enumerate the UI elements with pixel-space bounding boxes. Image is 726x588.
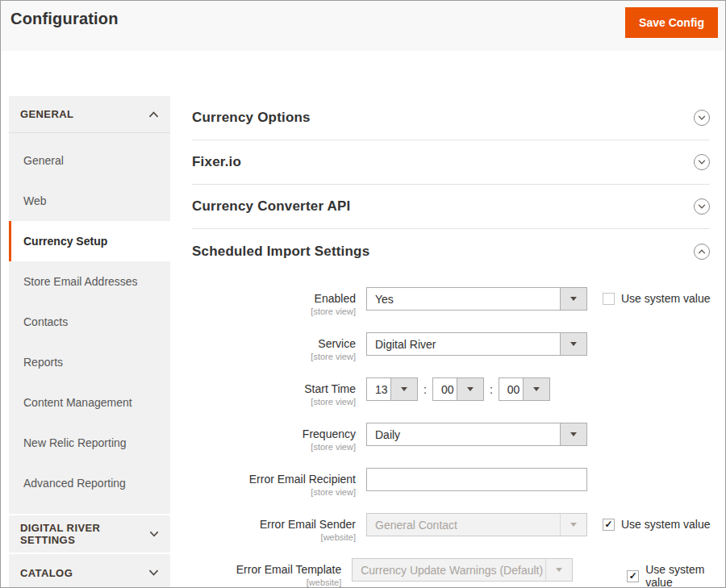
dropdown-arrow-button[interactable] — [457, 378, 483, 400]
section-title: Scheduled Import Settings — [192, 244, 369, 260]
use-system-value-label: Use system value — [645, 563, 725, 588]
time-separator: : — [490, 383, 493, 396]
field-label-enabled: Enabled[store view] — [192, 287, 366, 316]
sidebar-item-web[interactable]: Web — [9, 181, 170, 221]
field-row-error-email-template: Error Email Template[website]Currency Up… — [170, 558, 725, 588]
main-content: Currency OptionsFixer.ioCurrency Convert… — [170, 96, 725, 587]
sidebar-section-header-general[interactable]: GENERAL — [9, 96, 170, 133]
error-email-template-select: Currency Update Warnings (Default) — [352, 558, 573, 582]
field-control-service: Digital River — [366, 332, 587, 356]
field-scope-text: [store view] — [192, 352, 356, 361]
sidebar-item-label: Store Email Addresses — [23, 275, 138, 288]
dropdown-arrow-button[interactable] — [523, 378, 549, 400]
field-label-text: Enabled — [315, 292, 356, 305]
sidebar-section-label: CATALOG — [20, 567, 73, 579]
sidebar-item-general[interactable]: General — [9, 140, 170, 181]
field-label-text: Frequency — [302, 427, 356, 440]
use-system-value-checkbox[interactable]: ✓ — [603, 519, 615, 531]
section-toggle-button[interactable] — [694, 244, 710, 260]
dropdown-arrow-icon — [570, 523, 577, 527]
service-select[interactable]: Digital River — [366, 332, 587, 356]
section-toggle-button[interactable] — [694, 154, 710, 170]
start-time-second-select-value: 00 — [499, 383, 523, 396]
chevron-down-icon — [148, 569, 159, 576]
field-label-text: Error Email Recipient — [249, 473, 356, 486]
field-scope-text: [store view] — [192, 307, 356, 316]
dropdown-arrow-button — [560, 514, 586, 536]
sidebar-item-new-relic-reporting[interactable]: New Relic Reporting — [9, 423, 170, 463]
sidebar-item-reports[interactable]: Reports — [9, 342, 170, 382]
sidebar: GENERALGeneralWebCurrency SetupStore Ema… — [9, 96, 170, 587]
section-header-currency-options[interactable]: Currency Options — [192, 96, 710, 140]
error-email-recipient-input[interactable] — [366, 468, 587, 491]
section-header-scheduled-import-settings[interactable]: Scheduled Import Settings — [192, 229, 710, 273]
field-label-text: Error Email Sender — [260, 518, 356, 531]
save-config-button[interactable]: Save Config — [625, 7, 718, 38]
section-header-currency-converter-api[interactable]: Currency Converter API — [192, 185, 710, 229]
field-scope-text: [store view] — [192, 397, 356, 407]
sidebar-item-store-email-addresses[interactable]: Store Email Addresses — [9, 261, 170, 302]
use-system-value-checkbox-group[interactable]: ✓Use system value — [627, 558, 725, 588]
field-label-error-email-template: Error Email Template[website] — [192, 558, 352, 587]
start-time-minute-select-value: 00 — [433, 383, 457, 396]
sidebar-item-label: Reports — [23, 356, 63, 369]
section-toggle-button[interactable] — [694, 198, 710, 215]
sidebar-item-label: Advanced Reporting — [23, 477, 126, 490]
use-system-value-label: Use system value — [621, 292, 710, 305]
field-label-error-email-recipient: Error Email Recipient[store view] — [192, 468, 366, 497]
use-system-value-checkbox[interactable] — [603, 293, 615, 305]
enabled-select-value: Yes — [367, 293, 560, 306]
frequency-select[interactable]: Daily — [366, 423, 587, 446]
page-title: Configuration — [10, 10, 709, 28]
chevron-up-icon — [148, 111, 159, 118]
dropdown-arrow-icon — [401, 387, 407, 391]
section-title: Currency Options — [192, 110, 311, 126]
start-time-hour-select[interactable]: 13 — [366, 377, 418, 401]
field-label-error-email-sender: Error Email Sender[website] — [192, 513, 366, 542]
field-row-enabled: Enabled[store view]YesUse system value — [170, 287, 725, 316]
dropdown-arrow-button[interactable] — [390, 378, 417, 400]
section-header-fixer-io[interactable]: Fixer.io — [192, 140, 710, 185]
field-scope-text: [website] — [192, 532, 356, 542]
dropdown-arrow-icon — [570, 432, 577, 436]
dropdown-arrow-button[interactable] — [560, 423, 586, 445]
use-system-value-checkbox[interactable]: ✓ — [627, 570, 639, 582]
field-row-start-time: Start Time[store view]13:00:00 — [170, 377, 725, 407]
dropdown-arrow-button[interactable] — [560, 288, 586, 310]
field-control-enabled: Yes — [366, 287, 587, 311]
start-time-group: 13:00:00 — [366, 377, 550, 401]
sidebar-section-catalog: CATALOG — [9, 554, 170, 588]
start-time-hour-select-value: 13 — [367, 383, 390, 396]
sidebar-item-currency-setup[interactable]: Currency Setup — [9, 221, 170, 261]
field-row-error-email-sender: Error Email Sender[website]General Conta… — [170, 513, 725, 542]
scheduled-import-settings-form: Enabled[store view]YesUse system valueSe… — [170, 273, 725, 588]
sidebar-item-advanced-reporting[interactable]: Advanced Reporting — [9, 463, 170, 503]
use-system-value-checkbox-group[interactable]: ✓Use system value — [603, 513, 710, 531]
dropdown-arrow-icon — [556, 568, 562, 572]
sidebar-item-content-management[interactable]: Content Management — [9, 382, 170, 423]
sidebar-section-header-digital-river-settings[interactable]: DIGITAL RIVER SETTINGS — [9, 515, 170, 553]
field-control-error-email-sender: General Contact — [366, 513, 587, 536]
page-header: Configuration Save Config — [1, 1, 725, 51]
field-row-error-email-recipient: Error Email Recipient[store view] — [170, 468, 725, 497]
field-label-service: Service[store view] — [192, 332, 366, 361]
field-control-error-email-recipient — [366, 468, 587, 491]
sidebar-item-label: New Relic Reporting — [23, 436, 127, 449]
sidebar-items: GeneralWebCurrency SetupStore Email Addr… — [9, 133, 170, 514]
use-system-value-label: Use system value — [621, 518, 710, 531]
field-control-error-email-template: Currency Update Warnings (Default)Email … — [352, 558, 611, 588]
section-toggle-button[interactable] — [694, 110, 710, 126]
sidebar-section-header-catalog[interactable]: CATALOG — [9, 554, 170, 588]
sidebar-item-contacts[interactable]: Contacts — [9, 302, 170, 342]
use-system-value-checkbox-group[interactable]: Use system value — [603, 287, 710, 305]
chevron-up-icon — [698, 249, 706, 254]
start-time-second-select[interactable]: 00 — [499, 377, 550, 401]
sidebar-item-label: General — [23, 154, 64, 167]
chevron-down-icon — [698, 160, 706, 165]
dropdown-arrow-button[interactable] — [560, 333, 586, 355]
enabled-select[interactable]: Yes — [366, 287, 587, 311]
sidebar-section-digital-river-settings: DIGITAL RIVER SETTINGS — [9, 515, 170, 553]
sidebar-section-label: DIGITAL RIVER SETTINGS — [20, 522, 149, 546]
start-time-minute-select[interactable]: 00 — [432, 377, 484, 401]
field-label-text: Service — [318, 337, 356, 350]
